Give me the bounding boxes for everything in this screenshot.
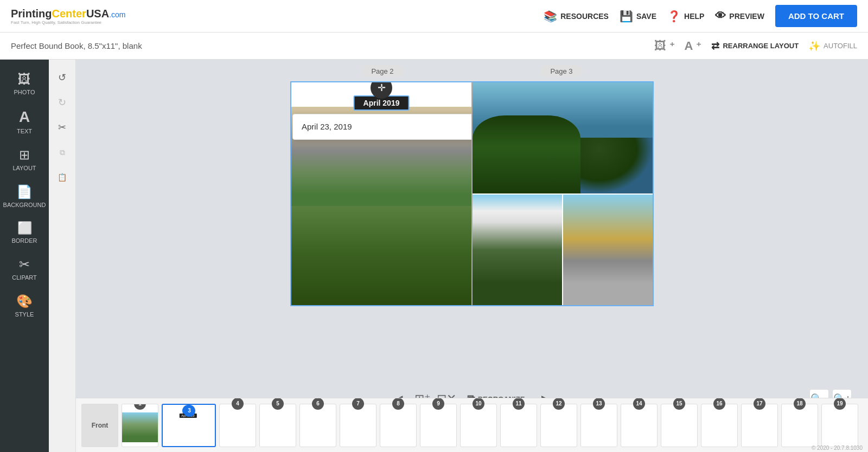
photo-bottom bbox=[473, 195, 653, 306]
help-button[interactable]: ❓ HELP bbox=[667, 10, 704, 23]
autofill-icon: ✨ bbox=[808, 40, 820, 52]
add-image-button[interactable]: 🖼 ⁺ bbox=[654, 39, 675, 53]
autofill-button[interactable]: ✨ AUTOFILL bbox=[808, 40, 857, 52]
copy-button[interactable]: ⧉ bbox=[53, 143, 72, 162]
sidebar-label-layout: LAYOUT bbox=[12, 165, 36, 171]
sidebar-item-style[interactable]: 🎨 STYLE bbox=[0, 287, 49, 324]
resources-label: RESOURCES bbox=[560, 12, 609, 21]
page3-label: Page 3 bbox=[540, 65, 582, 78]
page-thumb-5[interactable]: 5 bbox=[259, 404, 296, 447]
photo-top bbox=[473, 82, 653, 193]
sidebar-label-background: BACKGROUND bbox=[3, 202, 46, 208]
page-strip: Front 1 2 Apr 2019 bbox=[76, 398, 868, 452]
mountain-valley bbox=[291, 206, 471, 305]
logo: PrintingCenterUSA.com Fast Turn, High Qu… bbox=[11, 8, 125, 25]
resources-button[interactable]: 📚 RESOURCES bbox=[544, 10, 609, 23]
photo-icon: 🖼 bbox=[18, 72, 31, 87]
page-title: Perfect Bound Book, 8.5"x11", blank bbox=[11, 41, 142, 50]
paste-button[interactable]: 📋 bbox=[53, 167, 72, 187]
sidebar-item-clipart[interactable]: ✂ CLIPART bbox=[0, 250, 49, 287]
logo-sub: Fast Turn, High Quality, Satisfaction Gu… bbox=[11, 20, 125, 25]
add-text-plus: ⁺ bbox=[696, 40, 701, 52]
sidebar-label-photo: PHOTO bbox=[14, 89, 35, 95]
page-thumb-12[interactable]: 12 bbox=[540, 404, 577, 447]
tools-panel: ↺ ↻ ✂ ⧉ 📋 bbox=[49, 60, 76, 452]
page-thumb-2-3[interactable]: 2 Apr 2019 3 bbox=[162, 404, 216, 447]
undo-button[interactable]: ↺ bbox=[53, 68, 72, 87]
save-icon: 💾 bbox=[620, 10, 633, 23]
page-thumb-13[interactable]: 13 bbox=[580, 404, 617, 447]
page-thumb-11[interactable]: 11 bbox=[500, 404, 537, 447]
save-label: SAVE bbox=[636, 12, 656, 21]
sidebar-label-text: TEXT bbox=[17, 128, 32, 134]
style-icon: 🎨 bbox=[16, 294, 33, 309]
autofill-label: AUTOFILL bbox=[824, 42, 857, 50]
top-header: PrintingCenterUSA.com Fast Turn, High Qu… bbox=[0, 0, 868, 33]
page-thumb-14[interactable]: 14 bbox=[621, 404, 658, 447]
left-sidebar: 🖼 PHOTO A TEXT ⊞ LAYOUT 📄 BACKGROUND ⬜ B… bbox=[0, 60, 49, 452]
add-to-cart-button[interactable]: ADD TO CART bbox=[775, 5, 857, 27]
page-thumb-10[interactable]: 10 bbox=[460, 404, 497, 447]
rearrange-icon: ⇄ bbox=[711, 40, 719, 52]
page-num-1: 1 bbox=[134, 404, 146, 410]
add-text-button[interactable]: A ⁺ bbox=[685, 39, 702, 53]
add-image-icon: 🖼 bbox=[654, 39, 666, 53]
page-right[interactable] bbox=[472, 81, 654, 306]
sidebar-item-layout[interactable]: ⊞ LAYOUT bbox=[0, 141, 49, 178]
resources-icon: 📚 bbox=[544, 10, 557, 23]
page-thumb-17[interactable]: 17 bbox=[741, 404, 778, 447]
canvas-area: Page 2 Page 3 ↻ ✛ April 2019 bbox=[76, 60, 868, 452]
sidebar-label-border: BORDER bbox=[11, 237, 37, 244]
save-button[interactable]: 💾 SAVE bbox=[620, 10, 656, 23]
layout-icon: ⊞ bbox=[19, 147, 30, 163]
page2-label: Page 2 bbox=[361, 65, 403, 78]
rearrange-layout-button[interactable]: ⇄ REARRANGE LAYOUT bbox=[711, 40, 799, 52]
page-thumb-4[interactable]: 4 bbox=[219, 404, 256, 447]
right-page-photos bbox=[473, 82, 653, 305]
preview-label: PREVIEW bbox=[729, 12, 764, 21]
page-thumb-16[interactable]: 16 bbox=[701, 404, 738, 447]
sidebar-label-clipart: CLIPART bbox=[12, 274, 36, 281]
logo-text: PrintingCenterUSA.com Fast Turn, High Qu… bbox=[11, 8, 125, 25]
tree-left bbox=[473, 115, 580, 193]
sidebar-label-style: STYLE bbox=[15, 311, 34, 318]
cut-button[interactable]: ✂ bbox=[53, 118, 72, 137]
preview-icon: 👁 bbox=[715, 10, 726, 22]
page-thumb-7[interactable]: 7 bbox=[340, 404, 376, 447]
front-label: Front bbox=[92, 422, 108, 429]
header-actions: 📚 RESOURCES 💾 SAVE ❓ HELP 👁 PREVIEW ADD … bbox=[544, 5, 857, 27]
preview-button[interactable]: 👁 PREVIEW bbox=[715, 10, 764, 22]
add-image-plus: ⁺ bbox=[669, 40, 675, 52]
main-layout: 🖼 PHOTO A TEXT ⊞ LAYOUT 📄 BACKGROUND ⬜ B… bbox=[0, 60, 868, 452]
clipart-icon: ✂ bbox=[19, 257, 30, 272]
sidebar-item-border[interactable]: ⬜ BORDER bbox=[0, 215, 49, 250]
subtitle-bar: Perfect Bound Book, 8.5"x11", blank 🖼 ⁺ … bbox=[0, 33, 868, 60]
text-popup-value: April 23, 2019 bbox=[302, 122, 352, 131]
copyright: © 2020 - 20.7.8.1030 bbox=[812, 445, 863, 451]
redo-button[interactable]: ↻ bbox=[53, 93, 72, 112]
page-thumb-1[interactable]: 1 bbox=[122, 404, 158, 447]
page-left[interactable]: ↻ ✛ April 2019 April 23, 2019 ⛶ A𝑖 bbox=[290, 81, 472, 306]
page-thumb-9[interactable]: 9 bbox=[420, 404, 457, 447]
background-icon: 📄 bbox=[16, 184, 33, 199]
page-thumb-front[interactable]: Front bbox=[81, 404, 118, 447]
text-popup: April 23, 2019 bbox=[292, 114, 472, 140]
sidebar-item-text[interactable]: A TEXT bbox=[0, 102, 49, 141]
add-text-icon: A bbox=[685, 39, 693, 53]
sidebar-item-photo[interactable]: 🖼 PHOTO bbox=[0, 65, 49, 102]
rearrange-label: REARRANGE LAYOUT bbox=[723, 42, 799, 50]
help-icon: ❓ bbox=[667, 10, 681, 23]
page-thumb-18[interactable]: 18 bbox=[781, 404, 818, 447]
page-spread: Page 2 Page 3 ↻ ✛ April 2019 bbox=[290, 81, 654, 306]
border-icon: ⬜ bbox=[17, 221, 32, 235]
help-label: HELP bbox=[684, 12, 704, 21]
page-thumb-19[interactable]: 19 bbox=[821, 404, 858, 447]
page-thumb-8[interactable]: 8 bbox=[380, 404, 417, 447]
photo-bottom-right bbox=[563, 195, 653, 306]
page-thumb-15[interactable]: 15 bbox=[661, 404, 698, 447]
page-num-3: 3 bbox=[183, 405, 195, 417]
photo-bottom-left bbox=[473, 195, 562, 306]
page-thumb-6[interactable]: 6 bbox=[299, 404, 336, 447]
text-icon: A bbox=[19, 108, 30, 126]
sidebar-item-background[interactable]: 📄 BACKGROUND bbox=[0, 178, 49, 215]
